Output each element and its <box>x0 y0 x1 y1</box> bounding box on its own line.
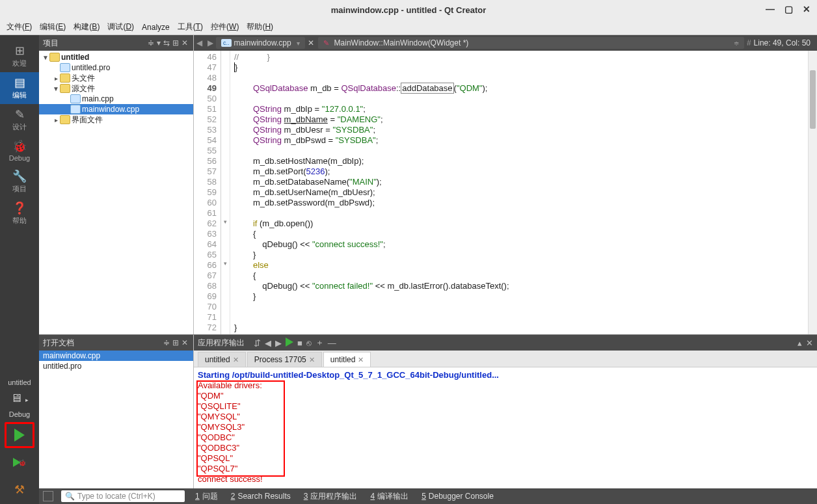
project-panel: 项目 ≑ ▾ ⇆ ⊞ ✕ ▼untitleduntitled.pro▸头文件▼源… <box>39 35 194 334</box>
output-tab[interactable]: untitled✕ <box>323 352 371 367</box>
close-panel-icon[interactable]: ✕ <box>806 338 813 348</box>
window-title: mainwindow.cpp - untitled - Qt Creator <box>331 5 487 15</box>
menu-item[interactable]: 文件(F) <box>3 20 36 34</box>
tree-item[interactable]: main.cpp <box>39 94 193 104</box>
dropdown-icon[interactable]: ≑ <box>163 338 170 347</box>
project-tree[interactable]: ▼untitleduntitled.pro▸头文件▼源文件main.cppmai… <box>39 51 193 334</box>
close-panel-icon[interactable]: ✕ <box>181 38 188 47</box>
close-icon[interactable]: ✕ <box>801 4 812 14</box>
tree-item[interactable]: untitled.pro <box>39 62 193 73</box>
split-icon[interactable]: ⊞ <box>172 338 179 347</box>
close-panel-icon[interactable]: ✕ <box>181 338 188 347</box>
menu-item[interactable]: 控件(W) <box>207 20 243 34</box>
split-icon[interactable]: ⊞ <box>172 38 179 47</box>
expand-icon[interactable]: ▼ <box>42 54 49 61</box>
monitor-icon[interactable]: 🖥 ▸ <box>0 389 39 408</box>
menu-bar: 文件(F)编辑(E)构建(B)调试(D)Analyze工具(T)控件(W)帮助(… <box>0 20 817 35</box>
run-icon[interactable] <box>286 338 293 349</box>
link-icon[interactable]: ⇆ <box>163 38 170 47</box>
expand-icon[interactable]: ▼ <box>52 85 60 92</box>
folder-icon <box>60 115 70 124</box>
add-icon[interactable]: ＋ <box>315 337 324 349</box>
欢迎-icon: ⊞ <box>0 44 39 57</box>
kit-target[interactable]: untitled <box>0 376 39 389</box>
expand-icon[interactable]: ▸ <box>52 75 60 82</box>
menu-item[interactable]: 构建(B) <box>70 20 103 34</box>
close-file-icon[interactable]: ✕ <box>308 38 314 47</box>
vertical-scrollbar[interactable] <box>808 51 817 334</box>
maximize-panel-icon[interactable]: ▴ <box>797 338 802 348</box>
tree-item[interactable]: ▸头文件 <box>39 73 193 83</box>
file-breadcrumb[interactable]: c.. mainwindow.cpp ▾ <box>216 37 305 49</box>
chevron-down-icon: ▾ <box>297 40 300 47</box>
build-button[interactable]: ⚒ <box>5 477 34 503</box>
hash-icon: # <box>747 38 751 47</box>
debug-run-button[interactable]: 🐞 <box>5 449 34 475</box>
sidebar-item-Debug[interactable]: 🐞Debug <box>0 136 39 166</box>
prev-icon[interactable]: ◀ <box>265 338 271 348</box>
close-icon[interactable]: ✕ <box>309 356 315 364</box>
filter-icon[interactable]: ▾ <box>157 38 161 47</box>
title-bar: mainwindow.cpp - untitled - Qt Creator —… <box>0 0 817 20</box>
symbol-breadcrumb[interactable]: ✎ MainWindow::MainWindow(QWidget *) ≑ <box>318 37 744 49</box>
status-tab[interactable]: 5Debugger Console <box>415 488 500 504</box>
status-tab[interactable]: 4编译输出 <box>364 488 415 504</box>
tree-item[interactable]: ▸界面文件 <box>39 114 193 125</box>
expand-icon[interactable]: ▸ <box>52 116 60 124</box>
menu-item[interactable]: 工具(T) <box>174 20 207 34</box>
search-icon: 🔍 <box>65 492 75 501</box>
menu-item[interactable]: Analyze <box>138 21 174 34</box>
output-panel: 应用程序输出 ⇵ ◀ ▶ ■ ⎋ ＋ — ▴ ✕ untitled✕Proces… <box>194 335 817 488</box>
nav-back-icon[interactable]: ◀ <box>194 38 205 47</box>
tree-item[interactable]: mainwindow.cpp <box>39 104 193 114</box>
项目-icon: 🔧 <box>0 170 39 183</box>
open-file-item[interactable]: mainwindow.cpp <box>39 351 193 361</box>
mode-sidebar: ⊞欢迎▤编辑✎设计🐞Debug🔧项目❓帮助 untitled 🖥 ▸ Debug… <box>0 35 39 504</box>
menu-item[interactable]: 编辑(E) <box>36 20 70 34</box>
minimize-icon[interactable]: — <box>765 4 775 14</box>
cpp-icon <box>60 63 70 72</box>
output-tab[interactable]: untitled✕ <box>198 352 246 367</box>
sidebar-item-编辑[interactable]: ▤编辑 <box>0 72 39 104</box>
sidebar-toggle-icon[interactable] <box>43 491 53 501</box>
attach-icon[interactable]: ⎋ <box>306 338 312 348</box>
status-bar: 🔍 Type to locate (Ctrl+K) 1问题2Search Res… <box>39 488 817 504</box>
editor: ◀ ▶ c.. mainwindow.cpp ▾ ✕ ✎ MainWindow:… <box>194 35 817 334</box>
code-area[interactable]: 4647484950515253545556575859606162636465… <box>194 51 817 334</box>
status-tab[interactable]: 1问题 <box>189 488 224 504</box>
output-text[interactable]: Starting /opt/build-untitled-Desktop_Qt_… <box>194 367 817 488</box>
sidebar-item-帮助[interactable]: ❓帮助 <box>0 198 39 230</box>
sidebar-item-项目[interactable]: 🔧项目 <box>0 166 39 198</box>
编辑-icon: ▤ <box>0 76 39 89</box>
remove-icon[interactable]: — <box>328 338 336 348</box>
output-tab[interactable]: Process 17705✕ <box>247 352 322 367</box>
locator-input[interactable]: 🔍 Type to locate (Ctrl+K) <box>61 490 185 502</box>
tree-item[interactable]: ▼源文件 <box>39 83 193 94</box>
status-tab[interactable]: 3应用程序输出 <box>297 488 364 504</box>
sidebar-item-欢迎[interactable]: ⊞欢迎 <box>0 40 39 72</box>
Debug-icon: 🐞 <box>0 140 39 153</box>
stop-icon[interactable]: ■ <box>297 338 302 348</box>
close-icon[interactable]: ✕ <box>233 356 239 364</box>
cpp-icon <box>70 105 81 114</box>
open-file-item[interactable]: untitled.pro <box>39 361 193 371</box>
close-icon[interactable]: ✕ <box>358 356 364 364</box>
nav-fwd-icon[interactable]: ▶ <box>205 38 216 47</box>
run-button[interactable] <box>5 422 34 448</box>
next-icon[interactable]: ▶ <box>275 338 282 348</box>
tree-item[interactable]: ▼untitled <box>39 52 193 62</box>
open-files-panel: 打开文档 ≑ ⊞ ✕ mainwindow.cppuntitled.pro <box>39 335 194 488</box>
dropdown-icon[interactable]: ≑ <box>148 38 154 47</box>
cpp-icon <box>70 94 81 103</box>
menu-item[interactable]: 调试(D) <box>103 20 138 34</box>
pencil-icon: ✎ <box>323 39 329 47</box>
filter-icon[interactable]: ⇵ <box>254 338 261 348</box>
editor-toolbar: ◀ ▶ c.. mainwindow.cpp ▾ ✕ ✎ MainWindow:… <box>194 35 817 51</box>
menu-item[interactable]: 帮助(H) <box>243 20 277 34</box>
maximize-icon[interactable]: ▢ <box>783 4 794 14</box>
sidebar-item-设计[interactable]: ✎设计 <box>0 104 39 136</box>
line-col-indicator[interactable]: Line: 49, Col: 50 <box>754 38 817 47</box>
build-mode: Debug <box>0 408 39 421</box>
status-tab[interactable]: 2Search Results <box>224 488 297 504</box>
folder-icon <box>49 53 60 62</box>
